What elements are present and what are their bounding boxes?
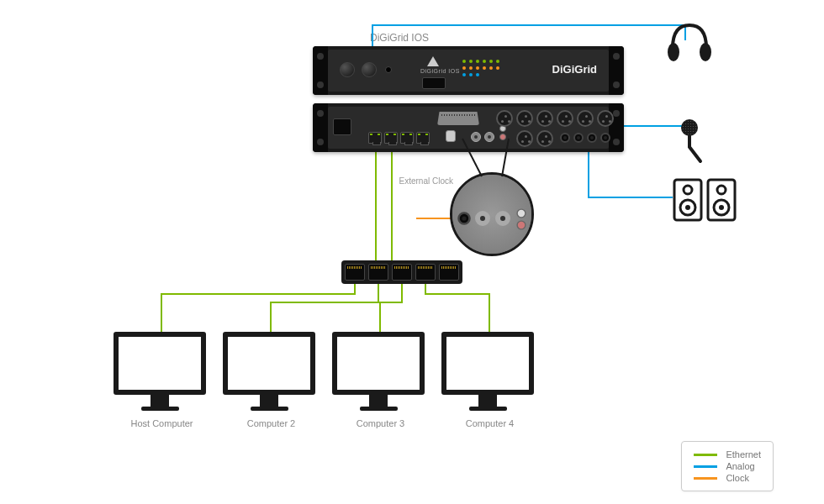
- xlr-input: [557, 110, 573, 127]
- ethernet-port: [384, 132, 398, 144]
- legend-swatch: [694, 477, 717, 480]
- trs-output: [573, 133, 584, 143]
- computer-label: Computer 4: [441, 418, 538, 428]
- svg-point-9: [684, 186, 692, 194]
- xlr-output: [536, 130, 553, 147]
- headphones-icon: [664, 18, 715, 68]
- device-title: DiGiGrid IOS: [332, 32, 467, 44]
- monitor-screen: [223, 332, 315, 395]
- bnc-zoom: [495, 211, 510, 226]
- rack-ear: [609, 46, 624, 95]
- switch-port: [345, 264, 365, 281]
- rack-ear: [313, 103, 328, 152]
- microphone-icon: [677, 118, 710, 171]
- legend-row-analog: Analog: [694, 460, 761, 472]
- svg-point-7: [682, 120, 697, 135]
- rack-ear: [313, 46, 328, 95]
- computer-label: Host Computer: [114, 418, 210, 428]
- switch-port: [439, 264, 459, 281]
- external-clock-callout: [450, 172, 534, 256]
- monitor-stand: [478, 395, 497, 407]
- speakers-icon: [673, 178, 740, 228]
- xlr-input: [597, 110, 614, 127]
- xlr-output: [516, 130, 533, 147]
- ethernet-port: [400, 132, 414, 144]
- model-text: DiGiGrid IOS: [420, 68, 460, 74]
- xlr-input: [516, 110, 533, 127]
- switch-port: [368, 264, 388, 281]
- ethernet-port: [368, 132, 382, 144]
- computer-label: Computer 3: [332, 418, 429, 428]
- monitor-base: [251, 407, 288, 411]
- legend-row-clock: Clock: [694, 472, 761, 484]
- legend-swatch: [694, 465, 717, 468]
- waves-logo-icon: [427, 56, 439, 66]
- computer-label: Computer 2: [223, 418, 320, 428]
- xlr-input: [496, 110, 513, 127]
- monitor-stand: [369, 395, 388, 407]
- svg-point-13: [717, 186, 726, 194]
- monitor-3: [332, 332, 425, 411]
- monitor-host: [114, 332, 206, 411]
- legend-label: Clock: [726, 473, 749, 483]
- monitor-stand: [260, 395, 278, 407]
- network-switch: [341, 260, 462, 284]
- monitor-2: [223, 332, 315, 411]
- trs-output: [600, 133, 610, 143]
- rca-zoom: [516, 208, 526, 218]
- legend-swatch: [694, 454, 717, 456]
- power-button: [422, 77, 446, 89]
- trs-zoom: [457, 212, 471, 225]
- bnc-wordclock: [484, 132, 494, 142]
- bnc-wordclock: [471, 132, 481, 142]
- monitor-base: [141, 407, 179, 411]
- svg-point-11: [685, 205, 690, 210]
- power-inlet: [333, 118, 351, 135]
- monitor-base: [360, 407, 398, 411]
- headphone-jack: [385, 66, 392, 73]
- trs-output: [587, 133, 597, 143]
- rear-faceplate: [328, 107, 609, 149]
- monitor-screen: [114, 332, 206, 395]
- legend-row-ethernet: Ethernet: [694, 449, 761, 460]
- svg-point-2: [668, 43, 679, 61]
- usb-port: [446, 130, 456, 142]
- xlr-input: [577, 110, 594, 127]
- svg-point-15: [719, 205, 724, 210]
- bnc-zoom: [475, 211, 490, 226]
- rack-front-panel: DiGiGrid IOS DiGiGrid: [313, 46, 624, 95]
- rack-rear-panel: [313, 103, 624, 152]
- brand-text: DiGiGrid: [552, 63, 597, 76]
- monitor-4: [441, 332, 534, 411]
- monitor-screen: [332, 332, 425, 395]
- monitor-stand: [151, 395, 169, 407]
- svg-point-3: [700, 43, 711, 61]
- monitor-base: [469, 407, 507, 411]
- ethernet-port: [416, 132, 430, 144]
- gain-knob: [362, 62, 377, 77]
- legend-label: Analog: [726, 461, 754, 471]
- external-clock-label: External Clock: [394, 176, 453, 186]
- rack-ear: [609, 103, 624, 152]
- monitor-screen: [441, 332, 534, 395]
- trs-output: [560, 133, 570, 143]
- legend: Ethernet Analog Clock: [681, 441, 774, 491]
- switch-port: [415, 264, 436, 281]
- xlr-input: [536, 110, 553, 127]
- front-faceplate: DiGiGrid IOS DiGiGrid: [328, 50, 609, 92]
- rca-spdif: [499, 134, 506, 140]
- volume-knob: [340, 62, 355, 77]
- rca-zoom: [516, 220, 526, 229]
- legend-label: Ethernet: [726, 449, 761, 459]
- switch-port: [392, 264, 412, 281]
- db25-connector: [437, 112, 479, 125]
